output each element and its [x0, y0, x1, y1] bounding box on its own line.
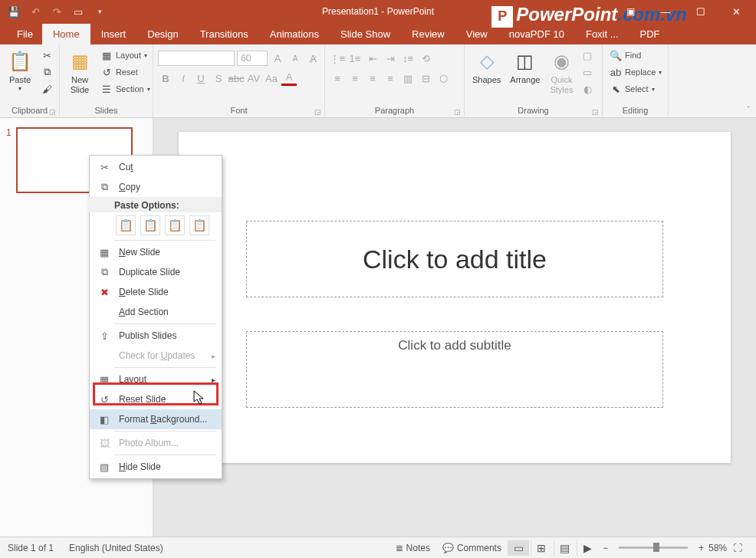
zoom-level[interactable]: 58% — [708, 543, 727, 553]
justify-icon[interactable]: ≡ — [383, 71, 398, 86]
qat-dropdown-icon[interactable]: ▾ — [94, 5, 106, 18]
dialog-launcher-icon[interactable]: ◲ — [49, 108, 56, 116]
reset-button[interactable]: ↺Reset — [98, 64, 153, 80]
char-spacing-icon[interactable]: AV — [246, 71, 261, 86]
paste-icon: 📋 — [8, 49, 32, 74]
redo-icon[interactable]: ↷ — [51, 5, 63, 18]
ribbon-display-icon[interactable]: ▣ — [615, 2, 646, 21]
start-from-beginning-icon[interactable]: ▭ — [72, 5, 84, 18]
tab-home[interactable]: Home — [42, 24, 90, 44]
close-button[interactable]: ✕ — [721, 2, 751, 21]
align-text-icon[interactable]: ⊟ — [418, 71, 433, 86]
tab-slideshow[interactable]: Slide Show — [330, 24, 401, 44]
underline-icon[interactable]: U — [193, 71, 209, 86]
maximize-button[interactable]: ☐ — [685, 2, 716, 21]
hide-slide-icon: ▨ — [97, 460, 111, 474]
ctx-add-section[interactable]: Add Section — [90, 302, 222, 322]
paste-text-only-icon[interactable]: 📋 — [189, 215, 209, 235]
align-right-icon[interactable]: ≡ — [365, 71, 380, 86]
ctx-publish-slides[interactable]: ⇪Publish Slides — [90, 326, 222, 346]
find-button[interactable]: 🔍Find — [607, 48, 664, 63]
grow-font-icon[interactable]: A — [270, 51, 285, 66]
select-button[interactable]: ⬉Select▾ — [607, 81, 664, 97]
strikethrough-icon[interactable]: abc — [228, 71, 244, 86]
slide-canvas[interactable]: Click to add title Click to add subtitle — [153, 118, 756, 537]
ctx-new-slide[interactable]: ▦New Slide — [90, 242, 222, 262]
normal-view-icon[interactable]: ▭ — [508, 540, 529, 556]
change-case-icon[interactable]: Aa — [264, 71, 279, 86]
slideshow-view-icon[interactable]: ▶ — [577, 540, 598, 556]
section-button[interactable]: ☰Section▾ — [98, 81, 153, 97]
arrange-button[interactable]: ◫Arrange — [507, 48, 543, 87]
ctx-cut[interactable]: ✂Cut — [90, 157, 222, 177]
minimize-button[interactable]: — — [650, 2, 681, 21]
subtitle-placeholder[interactable]: Click to add subtitle — [246, 331, 663, 408]
shapes-button[interactable]: ◇Shapes — [469, 48, 504, 87]
decrease-indent-icon[interactable]: ⇤ — [365, 51, 380, 66]
slide-sorter-icon[interactable]: ⊞ — [531, 540, 552, 556]
cut-button[interactable]: ✂ — [38, 48, 55, 63]
align-center-icon[interactable]: ≡ — [347, 71, 363, 86]
paste-picture-icon[interactable]: 📋 — [165, 215, 185, 235]
shape-effects-icon[interactable]: ◐ — [580, 81, 595, 97]
paste-keep-source-icon[interactable]: 📋 — [140, 215, 160, 235]
zoom-in-icon[interactable]: + — [694, 543, 708, 553]
ctx-duplicate-slide[interactable]: ⧉Duplicate Slide — [90, 262, 222, 282]
paste-button[interactable]: 📋 Paste ▾ — [5, 48, 35, 94]
bold-icon[interactable]: B — [158, 71, 173, 86]
replace-button[interactable]: abReplace▾ — [607, 64, 664, 80]
line-spacing-icon[interactable]: ↕≡ — [400, 51, 416, 66]
font-size-input[interactable]: 60 — [237, 51, 268, 66]
paste-destination-theme-icon[interactable]: 📋 — [116, 215, 136, 235]
reading-view-icon[interactable]: ▤ — [554, 540, 575, 556]
ctx-format-background[interactable]: ◧Format Background... — [90, 409, 222, 429]
collapse-ribbon-icon[interactable]: ˇ — [747, 105, 750, 114]
shape-fill-icon[interactable]: ▢ — [580, 48, 595, 63]
layout-button[interactable]: ▦Layout▾ — [98, 48, 153, 63]
ctx-hide-slide[interactable]: ▨Hide Slide — [90, 457, 222, 477]
numbering-icon[interactable]: 1≡ — [347, 51, 363, 66]
dialog-launcher-icon[interactable]: ◲ — [314, 108, 321, 116]
shape-outline-icon[interactable]: ▭ — [580, 64, 595, 80]
replace-icon: ab — [610, 66, 622, 78]
shadow-icon[interactable]: S — [211, 71, 226, 86]
align-left-icon[interactable]: ≡ — [330, 71, 345, 86]
tab-review[interactable]: Review — [401, 24, 455, 44]
format-painter-button[interactable]: 🖌 — [38, 81, 55, 97]
zoom-slider[interactable] — [619, 547, 688, 549]
dialog-launcher-icon[interactable]: ◲ — [454, 108, 461, 116]
font-color-icon[interactable]: A — [281, 71, 297, 86]
text-direction-icon[interactable]: ⟲ — [418, 51, 433, 66]
save-icon[interactable]: 💾 — [8, 5, 20, 18]
notes-button[interactable]: ≣Notes — [390, 543, 436, 553]
copy-button[interactable]: ⧉ — [38, 64, 55, 80]
dialog-launcher-icon[interactable]: ◲ — [592, 108, 599, 116]
tab-transitions[interactable]: Transitions — [189, 24, 259, 44]
status-language[interactable]: English (United States) — [69, 543, 163, 553]
ctx-delete-slide[interactable]: ✖Delete Slide — [90, 282, 222, 302]
italic-icon[interactable]: I — [176, 71, 191, 86]
group-slides-label: Slides — [64, 106, 148, 116]
clear-formatting-icon[interactable]: A̷ — [305, 51, 320, 66]
fit-to-window-icon[interactable]: ⛶ — [727, 543, 748, 553]
undo-icon[interactable]: ↶ — [29, 5, 41, 18]
window-title: Presentation1 - PowerPoint — [322, 6, 434, 17]
bullets-icon[interactable]: ⋮≡ — [330, 51, 345, 66]
tab-design[interactable]: Design — [136, 24, 189, 44]
zoom-out-icon[interactable]: − — [598, 543, 613, 553]
slide[interactable]: Click to add title Click to add subtitle — [179, 132, 731, 463]
columns-icon[interactable]: ▥ — [400, 71, 416, 86]
increase-indent-icon[interactable]: ⇥ — [383, 51, 398, 66]
tab-insert[interactable]: Insert — [90, 24, 137, 44]
shrink-font-icon[interactable]: A — [288, 51, 303, 66]
comments-button[interactable]: 💬Comments — [436, 543, 508, 553]
title-placeholder[interactable]: Click to add title — [246, 221, 663, 297]
quick-styles-button[interactable]: ◉Quick Styles — [546, 48, 577, 97]
new-slide-button[interactable]: ▦ New Slide — [64, 48, 95, 97]
ctx-layout[interactable]: ▦Layout▸ — [90, 369, 222, 389]
font-name-input[interactable] — [158, 51, 235, 66]
tab-file[interactable]: File — [8, 24, 42, 44]
smartart-icon[interactable]: ⬡ — [436, 71, 451, 86]
tab-animations[interactable]: Animations — [259, 24, 330, 44]
ctx-copy[interactable]: ⧉Copy — [90, 177, 222, 197]
